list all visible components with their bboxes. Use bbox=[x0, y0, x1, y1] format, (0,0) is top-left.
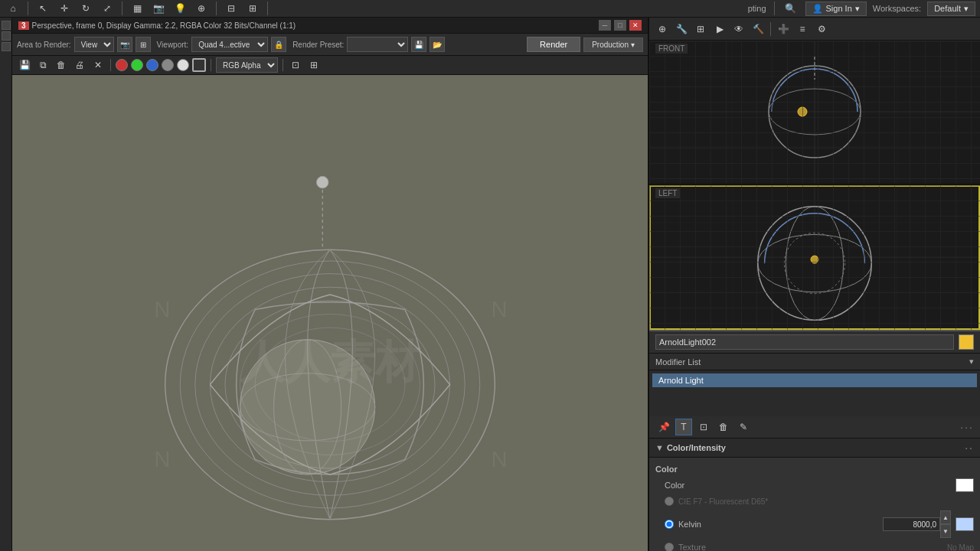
right-panel: ⊕ 🔧 ⊞ ▶ 👁 🔨 ➕ ≡ ⚙ FRONT bbox=[649, 18, 980, 551]
render-window-titlebar: 3 Perspective, frame 0, Display Gamma: 2… bbox=[12, 18, 648, 34]
viewport-group: Viewport: Quad 4...ective 🔒 bbox=[157, 37, 287, 52]
viewport-left[interactable]: LEFT bbox=[649, 185, 980, 331]
area-icon-btn[interactable]: 📷 bbox=[117, 37, 132, 52]
save-img-btn[interactable]: 💾 bbox=[17, 57, 32, 73]
channel-dropdown[interactable]: RGB Alpha bbox=[216, 57, 278, 73]
add-icon[interactable]: ➕ bbox=[775, 21, 792, 37]
object-color-swatch[interactable] bbox=[959, 334, 974, 350]
create-icon[interactable]: ⊕ bbox=[654, 21, 671, 37]
helper-icon[interactable]: ⊕ bbox=[193, 0, 210, 17]
properties-panel: Modifier List ▾ Arnold Light 📌 T ⊡ 🗑 ✎ ·… bbox=[649, 331, 980, 551]
close-img-btn[interactable]: ✕ bbox=[90, 57, 106, 73]
align-icon[interactable]: ⊟ bbox=[223, 0, 240, 17]
display-options-btn[interactable]: ⊡ bbox=[288, 57, 303, 73]
region-btn[interactable]: ⊞ bbox=[136, 37, 151, 52]
workspaces-arrow-icon: ▾ bbox=[964, 4, 969, 14]
left-sidebar bbox=[0, 18, 12, 551]
modify-mode-btn[interactable]: T bbox=[675, 419, 692, 435]
svg-text:N: N bbox=[154, 296, 170, 321]
img-toolbar-separator bbox=[110, 59, 111, 71]
search-icon[interactable]: 🔍 bbox=[782, 0, 799, 17]
green-channel-btn[interactable] bbox=[131, 59, 143, 71]
snap-icon[interactable]: ⊞ bbox=[244, 0, 261, 17]
kelvin-up-btn[interactable]: ▲ bbox=[940, 510, 951, 524]
pin-stack-btn[interactable]: 📌 bbox=[655, 419, 672, 435]
area-to-render-dropdown[interactable]: View bbox=[74, 37, 114, 52]
right-panel-toolbar: ⊕ 🔧 ⊞ ▶ 👁 🔨 ➕ ≡ ⚙ bbox=[649, 18, 980, 41]
render-save-btn[interactable]: 💾 bbox=[411, 37, 426, 52]
cie-radio[interactable] bbox=[665, 497, 674, 506]
area-to-render-label: Area to Render: bbox=[17, 41, 71, 49]
camera-icon[interactable]: 📷 bbox=[150, 0, 167, 17]
zoom-btn[interactable]: ⊞ bbox=[306, 57, 322, 73]
workspaces-label: Workspaces: bbox=[873, 4, 921, 13]
color-intensity-header[interactable]: ▼ Color/Intensity ·· bbox=[649, 439, 980, 458]
maximize-button[interactable]: □ bbox=[614, 20, 626, 31]
utilities-icon[interactable]: 🔨 bbox=[750, 21, 766, 37]
modifier-list-dropdown-arrow[interactable]: ▾ bbox=[969, 357, 974, 367]
light-icon[interactable]: 💡 bbox=[172, 0, 188, 17]
render-preset-dropdown[interactable] bbox=[347, 37, 408, 52]
viewport-dropdown[interactable]: Quad 4...ective bbox=[191, 37, 268, 52]
svg-point-12 bbox=[316, 176, 328, 188]
workspaces-dropdown[interactable]: Default ▾ bbox=[927, 2, 975, 16]
modifier-item-arnold-light[interactable]: Arnold Light bbox=[652, 373, 977, 387]
svg-text:人人素材: 人人素材 bbox=[239, 337, 421, 386]
sidebar-btn-3[interactable] bbox=[2, 42, 11, 51]
mono-channel-btn[interactable] bbox=[177, 59, 189, 71]
kelvin-input[interactable] bbox=[883, 517, 940, 531]
modify-icon[interactable]: 🔧 bbox=[673, 21, 690, 37]
viewport-icon[interactable]: ▦ bbox=[129, 0, 145, 17]
show-result-btn[interactable]: ✎ bbox=[735, 419, 752, 435]
clear-img-btn[interactable]: 🗑 bbox=[54, 57, 69, 73]
production-button[interactable]: Production ▾ bbox=[583, 37, 643, 52]
kelvin-down-btn[interactable]: ▼ bbox=[940, 524, 951, 538]
red-channel-btn[interactable] bbox=[116, 59, 128, 71]
app-wrapper: ⌂ ↖ ✛ ↻ ⤢ ▦ 📷 💡 ⊕ ⊟ ⊞ pting 🔍 👤 Sign In … bbox=[0, 0, 980, 551]
img-toolbar-separator2 bbox=[211, 59, 211, 71]
svg-text:N: N bbox=[492, 296, 508, 321]
collapse-icon: ▼ bbox=[655, 443, 664, 452]
object-name-input[interactable] bbox=[655, 334, 954, 350]
texture-radio[interactable] bbox=[665, 543, 674, 551]
img-toolbar-separator3 bbox=[283, 59, 283, 71]
home-icon[interactable]: ⌂ bbox=[5, 0, 21, 17]
color-field-swatch[interactable] bbox=[956, 478, 974, 492]
color-intensity-options: ·· bbox=[965, 442, 974, 454]
minimize-button[interactable]: ─ bbox=[599, 20, 611, 31]
render-tab-icon: 3 bbox=[18, 21, 29, 30]
motion-icon[interactable]: ▶ bbox=[711, 21, 728, 37]
scale-icon[interactable]: ⤢ bbox=[99, 0, 116, 17]
sign-in-button[interactable]: 👤 Sign In ▾ bbox=[805, 2, 867, 16]
color-swatch-btn[interactable] bbox=[192, 58, 206, 72]
display-icon[interactable]: 👁 bbox=[730, 21, 747, 37]
sidebar-btn-2[interactable] bbox=[2, 31, 11, 41]
viewport-front[interactable]: FRONT bbox=[649, 41, 980, 185]
viewport-left-label: LEFT bbox=[655, 188, 680, 198]
alpha-channel-btn[interactable] bbox=[162, 59, 174, 71]
kelvin-radio[interactable] bbox=[665, 520, 674, 529]
separator bbox=[28, 2, 28, 15]
kelvin-color-swatch[interactable] bbox=[956, 517, 974, 531]
render-toolbar: Area to Render: View 📷 ⊞ Viewport: Quad … bbox=[12, 34, 648, 56]
blue-channel-btn[interactable] bbox=[146, 59, 158, 71]
render-open-btn[interactable]: 📂 bbox=[430, 37, 445, 52]
svg-text:N: N bbox=[492, 446, 508, 471]
person-icon: 👤 bbox=[812, 4, 823, 14]
sub-object-btn[interactable]: ⊡ bbox=[695, 419, 712, 435]
settings-icon[interactable]: ⚙ bbox=[813, 21, 830, 37]
content-area: 3 Perspective, frame 0, Display Gamma: 2… bbox=[0, 18, 980, 551]
sidebar-btn-1[interactable] bbox=[2, 21, 11, 30]
rotate-icon[interactable]: ↻ bbox=[77, 0, 94, 17]
lock-btn[interactable]: 🔒 bbox=[271, 37, 286, 52]
print-img-btn[interactable]: 🖨 bbox=[72, 57, 87, 73]
copy-img-btn[interactable]: ⧉ bbox=[35, 57, 51, 73]
select-icon[interactable]: ↖ bbox=[34, 0, 51, 17]
close-button[interactable]: ✕ bbox=[629, 20, 642, 31]
hierarchy-icon[interactable]: ⊞ bbox=[692, 21, 709, 37]
move-icon[interactable]: ✛ bbox=[56, 0, 73, 17]
delete-modifier-btn[interactable]: 🗑 bbox=[715, 419, 732, 435]
render-button[interactable]: Render bbox=[527, 37, 580, 52]
color-row: Color bbox=[655, 476, 974, 494]
select-by-name-icon[interactable]: ≡ bbox=[794, 21, 811, 37]
